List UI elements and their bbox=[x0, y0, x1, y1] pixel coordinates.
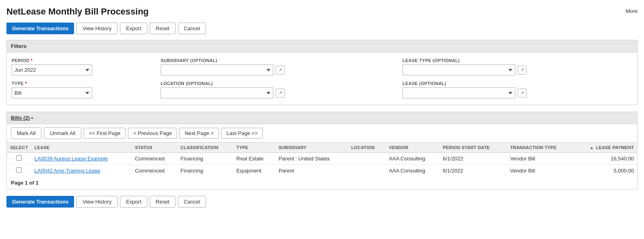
bills-title: Bills (2) • bbox=[11, 115, 33, 121]
bills-header: Bills (2) • bbox=[7, 112, 637, 124]
last-page-button[interactable]: Last Page >> bbox=[221, 128, 263, 139]
period-filter: PERIOD * Jun 2022 May 2022 Apr 2022 bbox=[12, 58, 149, 75]
bottom-toolbar: Generate Transactions View History Expor… bbox=[6, 196, 638, 208]
filters-section: Filters PERIOD * Jun 2022 May 2022 Apr bbox=[6, 40, 638, 105]
cancel-button-top[interactable]: Cancel bbox=[178, 23, 206, 34]
row-classification-0: Financing bbox=[177, 153, 233, 165]
generate-transactions-button-top[interactable]: Generate Transactions bbox=[6, 23, 74, 34]
row-type-0: Real Estate bbox=[233, 153, 275, 165]
row-vendor-1: AAA Consulting bbox=[386, 165, 440, 177]
type-select[interactable]: Bill Credit bbox=[12, 87, 92, 98]
col-transaction-type: TRANSACTION TYPE bbox=[507, 143, 573, 153]
col-select: SELECT bbox=[7, 143, 31, 153]
col-lease-payment[interactable]: ▲ LEASE PAYMENT bbox=[574, 143, 637, 153]
location-select[interactable] bbox=[161, 87, 273, 98]
lease-type-external-link-icon[interactable]: ↗ bbox=[518, 66, 526, 75]
period-label: PERIOD * bbox=[12, 58, 149, 63]
bills-toolbar: Mark All Unmark All << First Page < Prev… bbox=[7, 124, 637, 143]
reset-button-bottom[interactable]: Reset bbox=[150, 196, 175, 208]
row-type-1: Equipment bbox=[233, 165, 275, 177]
col-status: STATUS bbox=[132, 143, 177, 153]
col-classification: CLASSIFICATION bbox=[177, 143, 233, 153]
bills-section: Bills (2) • Mark All Unmark All << First… bbox=[6, 112, 638, 189]
lease-label: LEASE (OPTIONAL) bbox=[402, 81, 632, 86]
row-location-0 bbox=[348, 153, 386, 165]
view-history-button-top[interactable]: View History bbox=[76, 23, 118, 34]
row-checkbox-cell bbox=[7, 153, 31, 165]
view-history-button-bottom[interactable]: View History bbox=[76, 196, 118, 208]
type-filter: TYPE * Bill Credit bbox=[12, 81, 149, 98]
top-toolbar: Generate Transactions View History Expor… bbox=[6, 23, 638, 34]
row-status-0: Commenced bbox=[132, 153, 177, 165]
location-filter: LOCATION (OPTIONAL) ↗ bbox=[161, 81, 390, 98]
mark-all-button[interactable]: Mark All bbox=[11, 127, 41, 139]
subsidiary-select[interactable] bbox=[161, 64, 273, 75]
bills-table: SELECT LEASE STATUS CLASSIFICATION TYPE … bbox=[7, 143, 637, 177]
row-period-start-date-1: 6/1/2022 bbox=[440, 165, 507, 177]
row-period-start-date-0: 6/1/2022 bbox=[440, 153, 507, 165]
subsidiary-external-link-icon[interactable]: ↗ bbox=[276, 66, 285, 75]
col-subsidiary: SUBSIDIARY bbox=[275, 143, 348, 153]
row-checkbox-0[interactable] bbox=[16, 155, 22, 161]
cancel-button-bottom[interactable]: Cancel bbox=[178, 196, 206, 208]
page-title: NetLease Monthly Bill Processing bbox=[6, 6, 638, 17]
unmark-all-button[interactable]: Unmark All bbox=[44, 127, 81, 139]
subsidiary-filter: SUBSIDIARY (OPTIONAL) ↗ bbox=[161, 58, 390, 75]
next-page-button[interactable]: Next Page > bbox=[180, 128, 219, 139]
col-type: TYPE bbox=[233, 143, 275, 153]
subsidiary-label: SUBSIDIARY (OPTIONAL) bbox=[161, 58, 390, 63]
export-button-bottom[interactable]: Export bbox=[120, 196, 147, 208]
location-external-link-icon[interactable]: ↗ bbox=[276, 89, 285, 98]
more-link[interactable]: More bbox=[625, 8, 638, 14]
type-label: TYPE * bbox=[12, 81, 149, 86]
lease-type-select[interactable] bbox=[402, 64, 515, 75]
row-transaction-type-1: Vendor Bill bbox=[507, 165, 573, 177]
period-select[interactable]: Jun 2022 May 2022 Apr 2022 bbox=[12, 64, 92, 75]
row-checkbox-1[interactable] bbox=[16, 167, 22, 173]
col-period-start-date: PERIOD START DATE bbox=[440, 143, 507, 153]
row-lease-payment-0: 16,540.00 bbox=[574, 153, 637, 165]
lease-link-0[interactable]: LA0039 Aureus Lease Example bbox=[35, 156, 108, 162]
lease-type-filter: LEASE TYPE (OPTIONAL) ↗ bbox=[402, 58, 632, 75]
row-lease-0: LA0039 Aureus Lease Example bbox=[31, 153, 132, 165]
row-subsidiary-1: Parent bbox=[275, 165, 348, 177]
row-lease-1: LA0042 Amp Training Lease bbox=[31, 165, 132, 177]
row-transaction-type-0: Vendor Bill bbox=[507, 153, 573, 165]
row-status-1: Commenced bbox=[132, 165, 177, 177]
row-vendor-0: AAA Consulting bbox=[386, 153, 440, 165]
row-lease-payment-1: 5,000.00 bbox=[574, 165, 637, 177]
row-subsidiary-0: Parent : United States bbox=[275, 153, 348, 165]
lease-link-1[interactable]: LA0042 Amp Training Lease bbox=[35, 168, 100, 174]
col-vendor: VENDOR bbox=[386, 143, 440, 153]
prev-page-button[interactable]: < Previous Page bbox=[128, 128, 177, 139]
lease-external-link-icon[interactable]: ↗ bbox=[518, 89, 526, 98]
location-label: LOCATION (OPTIONAL) bbox=[161, 81, 390, 86]
type-required-star: * bbox=[25, 81, 27, 86]
lease-type-label: LEASE TYPE (OPTIONAL) bbox=[402, 58, 632, 63]
first-page-button[interactable]: << First Page bbox=[84, 128, 126, 139]
row-classification-1: Financing bbox=[177, 165, 233, 177]
export-button-top[interactable]: Export bbox=[120, 23, 147, 34]
table-row: LA0039 Aureus Lease Example Commenced Fi… bbox=[7, 153, 637, 165]
lease-select[interactable] bbox=[402, 87, 515, 98]
lease-filter: LEASE (OPTIONAL) ↗ bbox=[402, 81, 632, 98]
table-row: LA0042 Amp Training Lease Commenced Fina… bbox=[7, 165, 637, 177]
filters-header: Filters bbox=[6, 40, 638, 52]
col-lease: LEASE bbox=[31, 143, 132, 153]
row-location-1 bbox=[348, 165, 386, 177]
period-required-star: * bbox=[31, 58, 33, 63]
generate-transactions-button-bottom[interactable]: Generate Transactions bbox=[6, 196, 74, 208]
col-location: LOCATION bbox=[348, 143, 386, 153]
table-header-row: SELECT LEASE STATUS CLASSIFICATION TYPE … bbox=[7, 143, 637, 153]
reset-button-top[interactable]: Reset bbox=[150, 23, 175, 34]
row-checkbox-cell bbox=[7, 165, 31, 177]
page-info: Page 1 of 1 bbox=[7, 177, 637, 189]
